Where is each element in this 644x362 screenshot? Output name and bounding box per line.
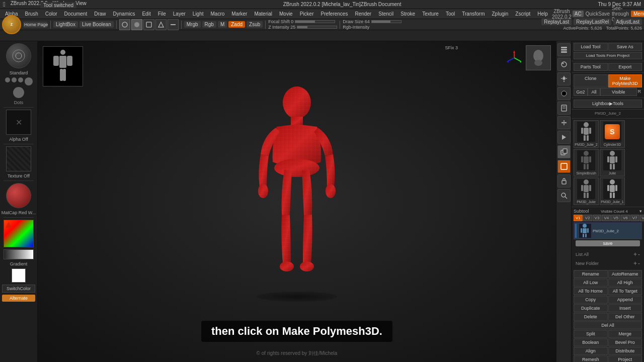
gradient-preview[interactable] — [4, 249, 34, 259]
menu-draw[interactable]: Draw — [91, 11, 109, 17]
layers-icon[interactable] — [557, 43, 571, 56]
remesh-btn[interactable]: Remesh — [574, 355, 608, 362]
boolean-btn[interactable]: Boolean — [574, 338, 608, 346]
menu-preferences[interactable]: Preferences — [317, 11, 351, 17]
color-swatch[interactable] — [12, 268, 26, 283]
quicksave-btn[interactable]: QuickSave — [586, 11, 610, 17]
zsub-btn[interactable]: Zsub — [247, 21, 263, 28]
menu-color[interactable]: Color — [42, 11, 60, 17]
insert-btn[interactable]: Insert — [608, 304, 642, 312]
v4-tab[interactable]: V4 — [602, 215, 611, 221]
transform-icon[interactable] — [557, 116, 571, 129]
texture-preview[interactable] — [6, 146, 31, 171]
zadd-btn[interactable]: Zadd — [228, 21, 245, 28]
align-btn[interactable]: Align — [574, 347, 608, 355]
all-low-btn[interactable]: All Low — [574, 279, 608, 287]
split-btn[interactable]: Split — [574, 330, 608, 338]
view-cube[interactable] — [526, 45, 551, 70]
menu-texture[interactable]: Texture — [419, 11, 442, 17]
home-page-btn[interactable]: Home Page — [23, 22, 47, 28]
menu-movie[interactable]: Movie — [276, 11, 296, 17]
brush-mode-2[interactable] — [131, 19, 142, 30]
duplicate-btn[interactable]: Duplicate — [574, 304, 608, 312]
tool-item-4[interactable]: PM3D_Julie — [574, 177, 599, 205]
menu-render[interactable]: Render — [352, 11, 374, 17]
light-icon[interactable] — [557, 72, 571, 85]
menu-light[interactable]: Light — [190, 11, 207, 17]
menu-document[interactable]: Document — [61, 11, 91, 17]
lightbox-btn[interactable]: LightBox — [53, 21, 78, 28]
render-icon[interactable] — [557, 58, 571, 71]
mrgb-btn[interactable]: Mrgb — [184, 21, 201, 28]
frame-icon[interactable] — [557, 160, 571, 173]
make-polymesh-btn[interactable]: Make PolyMesh3D — [608, 74, 642, 87]
drawsize-slider[interactable] — [371, 20, 401, 23]
focal-slider[interactable] — [295, 20, 335, 23]
menu-stroke[interactable]: Stroke — [397, 11, 418, 17]
m-btn[interactable]: M — [218, 21, 227, 28]
v8-tab[interactable]: V8 — [640, 215, 644, 221]
color-picker[interactable] — [4, 220, 34, 247]
menu-zplugin[interactable]: Zplugin — [489, 11, 512, 17]
menus-btn[interactable]: Menus — [631, 11, 644, 17]
brush-mode-5[interactable] — [168, 19, 179, 30]
delete-btn[interactable]: Delete — [574, 313, 608, 321]
tool-item-5[interactable]: PM3D_Julie_1 — [600, 177, 625, 205]
search-icon[interactable] — [557, 189, 571, 202]
replay-last-btn[interactable]: ReplayLast — [541, 19, 572, 25]
apple-menu[interactable]:  — [3, 1, 6, 8]
lightbox-tools-btn[interactable]: Lightbox▶Tools — [574, 100, 642, 108]
subtool-save-btn[interactable]: save — [576, 240, 640, 246]
menu-macro[interactable]: Macro — [208, 11, 228, 17]
copy-btn[interactable]: Copy — [574, 296, 608, 304]
macro-icon[interactable] — [557, 131, 571, 144]
zintensity-slider[interactable] — [297, 26, 337, 29]
brush-mode-1[interactable] — [119, 19, 130, 30]
folder-add-icon[interactable]: + — [633, 260, 637, 267]
menu-dynamics[interactable]: Dynamics — [110, 11, 138, 17]
visible-btn[interactable]: Visible — [600, 88, 637, 96]
document-icon[interactable] — [557, 102, 571, 115]
load-from-project-btn[interactable]: Load Tools From Project — [574, 52, 642, 59]
del-other-btn[interactable]: Del Other — [608, 313, 642, 321]
all-to-home-btn[interactable]: All To Home — [574, 287, 608, 295]
menu-tool[interactable]: Tool — [443, 11, 458, 17]
auto-rename-btn[interactable]: AutoRename — [608, 270, 642, 278]
view-menu[interactable]: View — [75, 1, 87, 8]
v2-tab[interactable]: V2 — [583, 215, 592, 221]
replay-last-rel-btn[interactable]: ReplayLastRel — [574, 19, 611, 25]
menu-picker[interactable]: Picker — [297, 11, 317, 17]
v3-tab[interactable]: V3 — [593, 215, 602, 221]
parts-tool-btn[interactable]: Parts Tool — [574, 63, 608, 71]
all-btn[interactable]: All — [588, 88, 600, 96]
merge-btn[interactable]: Merge — [608, 330, 642, 338]
live-boolean-btn[interactable]: Live Boolean — [79, 21, 114, 28]
menu-material[interactable]: Material — [251, 11, 275, 17]
v1-tab[interactable]: V1 — [574, 215, 583, 221]
menu-brush[interactable]: Brush — [22, 11, 41, 17]
menu-edit[interactable]: Edit — [139, 11, 153, 17]
tool-item-3[interactable]: Julie — [600, 149, 625, 176]
subtool-item-active[interactable]: PM3D_Julie_2 — [574, 222, 642, 239]
tool-item-1[interactable]: S Cylinder3D — [600, 120, 625, 148]
alternate-btn[interactable]: Alternate — [2, 295, 35, 302]
alpha-preview[interactable]: ✕ — [6, 110, 31, 135]
menu-help[interactable]: Help — [534, 11, 551, 17]
tool-item-2[interactable]: SimpleBrush — [574, 149, 599, 176]
list-remove-icon[interactable]: - — [638, 251, 640, 258]
go2-btn[interactable]: Go2 — [574, 88, 588, 96]
material-icon[interactable] — [557, 87, 571, 100]
project-btn[interactable]: Project — [608, 355, 642, 362]
menu-layer[interactable]: Layer — [170, 11, 189, 17]
v5-tab[interactable]: V5 — [611, 215, 620, 221]
distribute-btn[interactable]: Distribute — [608, 347, 642, 355]
adjust-last-btn[interactable]: AdjustLast — [613, 19, 642, 25]
append-btn[interactable]: Append — [608, 296, 642, 304]
v6-tab[interactable]: V6 — [621, 215, 630, 221]
all-high-btn[interactable]: All High — [608, 279, 642, 287]
matcap-preview[interactable] — [6, 183, 31, 208]
lock-icon[interactable] — [557, 174, 571, 188]
rgb-btn[interactable]: Rgb — [202, 21, 216, 28]
menu-stencil[interactable]: Stencil — [375, 11, 396, 17]
bevel-pro-btn[interactable]: Bevel Pro — [608, 338, 642, 346]
